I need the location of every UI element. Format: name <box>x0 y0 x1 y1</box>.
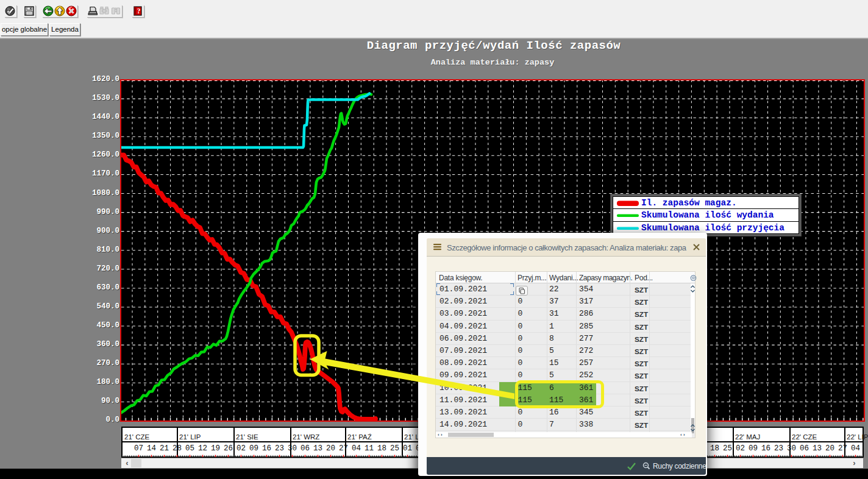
svg-text:?: ? <box>137 7 140 15</box>
